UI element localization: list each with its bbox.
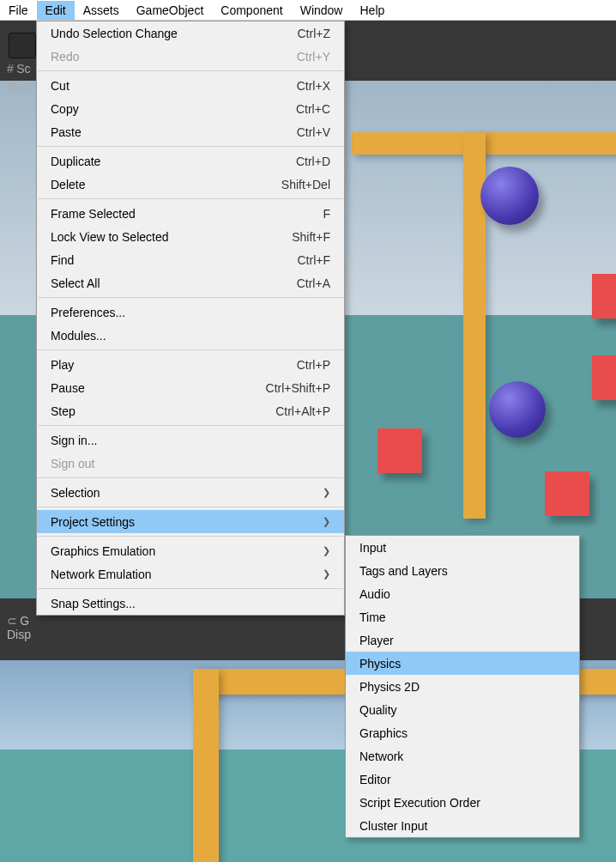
menu-item-preferences[interactable]: Preferences...: [37, 300, 344, 324]
menu-item-cut[interactable]: CutCtrl+X: [37, 74, 344, 97]
menu-shortcut: F: [323, 207, 330, 221]
submenu-item-editor[interactable]: Editor: [346, 768, 579, 791]
menu-item-label: Copy: [51, 102, 296, 116]
submenu-item-label: Tags and Layers: [359, 564, 565, 578]
menu-item-step[interactable]: StepCtrl+Alt+P: [37, 399, 344, 422]
menu-item-label: Undo Selection Change: [51, 27, 298, 40]
menu-item-label: Frame Selected: [51, 207, 323, 221]
menu-item-graphics-emulation[interactable]: Graphics Emulation❯: [37, 539, 344, 562]
menubar-item-assets[interactable]: Assets: [75, 1, 128, 20]
menu-item-duplicate[interactable]: DuplicateCtrl+D: [37, 149, 344, 173]
menu-item-selection[interactable]: Selection❯: [37, 481, 344, 504]
menu-item-label: Selection: [51, 486, 314, 500]
submenu-item-label: Player: [359, 634, 565, 647]
menu-separator: [38, 349, 343, 350]
menu-shortcut: Ctrl+Shift+P: [266, 381, 330, 395]
submenu-item-physics[interactable]: Physics: [346, 652, 579, 675]
menu-item-label: Find: [51, 253, 298, 267]
menu-item-label: Network Emulation: [51, 568, 314, 581]
submenu-item-label: Network: [359, 750, 565, 763]
cube: [592, 355, 616, 400]
submenu-item-cluster-input[interactable]: Cluster Input: [346, 814, 579, 837]
submenu-item-physics-2d[interactable]: Physics 2D: [346, 675, 579, 698]
submenu-item-input[interactable]: Input: [346, 536, 579, 559]
submenu-item-label: Audio: [359, 587, 565, 601]
submenu-arrow-icon: ❯: [314, 516, 330, 527]
menu-separator: [38, 146, 343, 147]
menu-item-network-emulation[interactable]: Network Emulation❯: [37, 562, 344, 586]
menu-item-play[interactable]: PlayCtrl+P: [37, 353, 344, 376]
menu-shortcut: Shift+F: [292, 230, 330, 244]
menu-item-paste[interactable]: PasteCtrl+V: [37, 120, 344, 143]
menu-item-sign-out: Sign out: [37, 452, 344, 475]
wall: [193, 669, 219, 862]
menubar-item-component[interactable]: Component: [212, 1, 291, 20]
menu-item-sign-in[interactable]: Sign in...: [37, 428, 344, 452]
menu-item-project-settings[interactable]: Project Settings❯: [37, 510, 344, 533]
menubar-item-edit[interactable]: Edit: [37, 1, 75, 20]
submenu-item-player[interactable]: Player: [346, 628, 579, 652]
edit-menu: Undo Selection ChangeCtrl+ZRedoCtrl+YCut…: [36, 21, 345, 616]
menu-item-delete[interactable]: DeleteShift+Del: [37, 173, 344, 196]
submenu-item-label: Editor: [359, 773, 565, 786]
cube: [592, 274, 616, 319]
menu-item-label: Cut: [51, 79, 297, 93]
submenu-item-script-execution-order[interactable]: Script Execution Order: [346, 791, 579, 814]
menu-separator: [38, 425, 343, 426]
menu-item-pause[interactable]: PauseCtrl+Shift+P: [37, 376, 344, 399]
submenu-item-label: Graphics: [359, 726, 565, 740]
menu-separator: [38, 477, 343, 478]
menu-shortcut: Ctrl+A: [297, 276, 330, 290]
submenu-arrow-icon: ❯: [314, 545, 330, 556]
menu-item-label: Redo: [51, 50, 297, 64]
menubar-item-file[interactable]: File: [0, 1, 37, 20]
menu-item-modules[interactable]: Modules...: [37, 324, 344, 347]
menu-shortcut: Ctrl+Alt+P: [275, 404, 330, 418]
menu-item-undo-selection-change[interactable]: Undo Selection ChangeCtrl+Z: [37, 21, 344, 45]
menubar-item-help[interactable]: Help: [351, 1, 393, 20]
submenu-item-label: Input: [359, 541, 565, 555]
shaded-label: Shad: [7, 81, 31, 93]
menu-item-label: Delete: [51, 178, 281, 191]
menu-item-select-all[interactable]: Select AllCtrl+A: [37, 271, 344, 294]
menubar-item-window[interactable]: Window: [292, 1, 352, 20]
menu-item-label: Project Settings: [51, 515, 314, 529]
menu-item-snap-settings[interactable]: Snap Settings...: [37, 592, 344, 615]
submenu-item-quality[interactable]: Quality: [346, 698, 579, 721]
submenu-item-network[interactable]: Network: [346, 744, 579, 768]
menu-item-label: Play: [51, 358, 297, 372]
sphere: [480, 167, 539, 225]
menu-separator: [38, 70, 343, 71]
submenu-item-graphics[interactable]: Graphics: [346, 721, 579, 744]
submenu-item-tags-and-layers[interactable]: Tags and Layers: [346, 559, 579, 582]
scene-tab-label: Sc: [16, 62, 30, 76]
submenu-item-label: Physics 2D: [359, 680, 565, 694]
submenu-arrow-icon: ❯: [314, 487, 330, 498]
submenu-item-audio[interactable]: Audio: [346, 582, 579, 605]
menu-item-label: Step: [51, 404, 275, 418]
menu-item-label: Sign in...: [51, 434, 330, 447]
menu-separator: [38, 507, 343, 507]
sphere: [489, 381, 546, 438]
menu-item-copy[interactable]: CopyCtrl+C: [37, 97, 344, 120]
menu-item-label: Duplicate: [51, 155, 296, 168]
hand-tool-button[interactable]: [9, 33, 36, 58]
submenu-item-label: Script Execution Order: [359, 796, 565, 810]
menu-separator: [38, 588, 343, 589]
menu-item-find[interactable]: FindCtrl+F: [37, 248, 344, 271]
menu-item-label: Paste: [51, 125, 297, 139]
game-panel-g: G: [20, 614, 29, 628]
submenu-item-time[interactable]: Time: [346, 605, 579, 628]
game-panel-disp: Disp: [7, 628, 31, 641]
menu-item-redo: RedoCtrl+Y: [37, 45, 344, 68]
menu-item-label: Lock View to Selected: [51, 230, 292, 244]
menu-item-lock-view-to-selected[interactable]: Lock View to SelectedShift+F: [37, 225, 344, 248]
menubar-item-gameobject[interactable]: GameObject: [128, 1, 213, 20]
game-panel-tab[interactable]: ⊂ G Disp: [7, 614, 31, 641]
menu-item-label: Graphics Emulation: [51, 544, 314, 558]
menu-item-frame-selected[interactable]: Frame SelectedF: [37, 202, 344, 225]
scene-tab[interactable]: # Sc: [7, 62, 30, 76]
menubar: FileEditAssetsGameObjectComponentWindowH…: [0, 0, 616, 21]
menu-shortcut: Ctrl+D: [296, 155, 330, 168]
menu-separator: [38, 536, 343, 537]
